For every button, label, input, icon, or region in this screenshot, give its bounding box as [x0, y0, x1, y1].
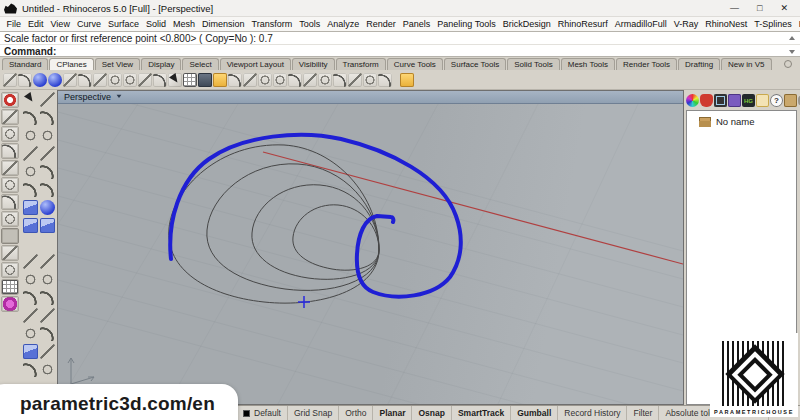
toolbar-icon-rotate-view[interactable]: [228, 73, 242, 87]
toolbar-icon-pointer[interactable]: [168, 73, 182, 87]
tab-select[interactable]: Select: [182, 58, 218, 70]
side-icon-cube-4[interactable]: [1, 228, 19, 244]
help-tab-icon[interactable]: ?: [770, 94, 783, 107]
tab-transform[interactable]: Transform: [336, 58, 386, 70]
record-history-toggle[interactable]: Record History: [558, 406, 627, 420]
tool-ellipse[interactable]: [40, 128, 55, 143]
tab-viewport-layout[interactable]: Viewport Layout: [220, 58, 291, 70]
tool-dim[interactable]: [40, 308, 55, 323]
tool-cone[interactable]: [40, 218, 55, 233]
ortho-toggle[interactable]: Ortho: [339, 406, 373, 420]
tool-cylinder[interactable]: [23, 218, 38, 233]
tool-rotate[interactable]: [40, 344, 55, 359]
toolbar-icon-undo-view[interactable]: [153, 73, 167, 87]
tab-cplanes[interactable]: CPlanes: [49, 58, 93, 70]
tool-arc[interactable]: [23, 164, 38, 179]
tool-move[interactable]: [40, 326, 55, 341]
minimize-button[interactable]: —: [730, 4, 739, 13]
toolbar-icon-cplane-origin[interactable]: [363, 73, 377, 87]
menu-analyze[interactable]: Analyze: [324, 19, 363, 29]
tab-standard[interactable]: Standard: [2, 58, 48, 70]
menu-tools[interactable]: Tools: [296, 19, 324, 29]
tab-display[interactable]: Display: [141, 58, 181, 70]
toolbar-icon-cplane-8[interactable]: [138, 73, 152, 87]
toolbar-icon-named-cplane[interactable]: [273, 73, 287, 87]
command-scrollbar[interactable]: [786, 33, 798, 57]
toolbar-icon-cplane-curve[interactable]: [303, 73, 317, 87]
tool-circle[interactable]: [23, 128, 38, 143]
grid-snap-toggle[interactable]: Grid Snap: [288, 406, 339, 420]
menu-rhinonest[interactable]: RhinoNest: [702, 19, 751, 29]
tool-polygon[interactable]: [23, 146, 38, 161]
tool-group[interactable]: [40, 362, 55, 377]
menu-surface[interactable]: Surface: [104, 19, 142, 29]
tool-freeform[interactable]: [40, 164, 55, 179]
side-icon-record[interactable]: [1, 92, 19, 108]
menu-vray[interactable]: V-Ray: [670, 19, 702, 29]
tab-surface-tools[interactable]: Surface Tools: [444, 58, 506, 70]
menu-paneling-tools[interactable]: Paneling Tools: [434, 19, 499, 29]
list-item[interactable]: No name: [687, 111, 796, 127]
toolbar-icon-sphere-1[interactable]: [33, 73, 47, 87]
side-icon-globe[interactable]: [1, 126, 19, 142]
tool-sweep[interactable]: [40, 182, 55, 197]
viewport-canvas[interactable]: [58, 104, 683, 404]
side-icon-cube-2[interactable]: [1, 194, 19, 210]
toolbar-icon-cplane-1[interactable]: [3, 73, 17, 87]
close-button[interactable]: ✕: [780, 4, 788, 13]
scroll-down-icon[interactable]: [789, 50, 795, 57]
menu-mesh[interactable]: Mesh: [169, 19, 198, 29]
toolbar-icon-cplane-view[interactable]: [318, 73, 332, 87]
camera-tab-icon[interactable]: [728, 94, 741, 107]
toolbar-icon-cplane-6[interactable]: [108, 73, 122, 87]
toolbar-icon-grid-options[interactable]: [183, 73, 197, 87]
viewport-title-bar[interactable]: Perspective: [58, 91, 683, 104]
tool-scale[interactable]: [23, 344, 38, 359]
toolbar-icon-import-cplane[interactable]: [400, 73, 414, 87]
menu-edit[interactable]: Edit: [25, 19, 48, 29]
toolbar-icon-cplane-3[interactable]: [63, 73, 77, 87]
side-icon-nodes[interactable]: [1, 143, 19, 159]
monitor-tab-icon[interactable]: [714, 94, 727, 107]
toolbar-icon-sphere-2[interactable]: [48, 73, 62, 87]
menu-armadillofull[interactable]: ArmadilloFull: [611, 19, 670, 29]
tool-offset[interactable]: [40, 272, 55, 287]
tool-sphere[interactable]: [40, 200, 55, 215]
tab-solid-tools[interactable]: Solid Tools: [507, 58, 560, 70]
toolbar-icon-cplane-surface[interactable]: [333, 73, 347, 87]
tool-array[interactable]: [23, 326, 38, 341]
tool-boolean[interactable]: [23, 236, 38, 251]
perspective-viewport[interactable]: Perspective: [57, 90, 684, 405]
smarttrack-toggle[interactable]: SmartTrack: [452, 406, 511, 420]
display-tab-icon[interactable]: [686, 94, 699, 107]
tool-blend[interactable]: [23, 290, 38, 305]
gumball-toggle[interactable]: Gumball: [511, 406, 558, 420]
menu-curve[interactable]: Curve: [73, 19, 104, 29]
planar-toggle[interactable]: Planar: [373, 406, 412, 420]
menu-brickdesign[interactable]: BrickDesign: [499, 19, 554, 29]
toolbar-icon-open[interactable]: [213, 73, 227, 87]
tool-explode[interactable]: [40, 236, 55, 251]
side-icon-cubes[interactable]: [1, 262, 19, 278]
osnap-toggle[interactable]: Osnap: [412, 406, 451, 420]
tab-new-in-v5[interactable]: New in V5: [721, 58, 771, 70]
tool-curve[interactable]: [40, 110, 55, 125]
tool-box[interactable]: [23, 200, 38, 215]
folder-tab-icon[interactable]: [756, 94, 769, 107]
tool-point[interactable]: [40, 92, 55, 107]
vray-tab-icon[interactable]: [700, 94, 713, 107]
side-icon-axis-star[interactable]: [1, 160, 19, 176]
toolbar-icon-world-cplane[interactable]: [258, 73, 272, 87]
tool-polyline[interactable]: [23, 110, 38, 125]
tab-curve-tools[interactable]: Curve Tools: [387, 58, 443, 70]
hg-plugin-tab-icon[interactable]: HG: [742, 94, 755, 107]
tool-extend[interactable]: [40, 290, 55, 305]
menu-solid[interactable]: Solid: [142, 19, 169, 29]
maximize-button[interactable]: □: [757, 4, 762, 13]
layer-pane[interactable]: Default: [237, 406, 288, 420]
tab-set-view[interactable]: Set View: [95, 58, 140, 70]
toolbar-icon-cplane-7[interactable]: [123, 73, 137, 87]
tabs-options-icon[interactable]: [784, 60, 792, 68]
side-icon-image[interactable]: [1, 279, 19, 295]
tab-drafting[interactable]: Drafting: [678, 58, 720, 70]
